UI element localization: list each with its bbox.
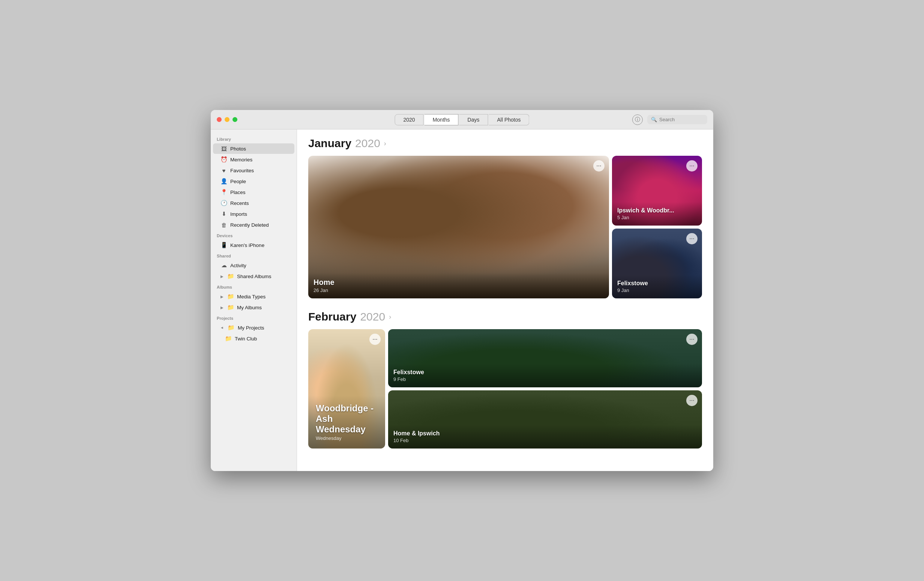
sidebar-item-karens-iphone[interactable]: 📱 Karen's iPhone: [213, 240, 294, 250]
sidebar-item-label: Twin Club: [235, 336, 257, 341]
tab-years[interactable]: 2020: [394, 114, 423, 125]
maximize-button[interactable]: [233, 117, 238, 122]
month-header-february: February 2020 ›: [308, 310, 702, 323]
month-header-january: January 2020 ›: [308, 137, 702, 150]
sidebar-item-label: Imports: [230, 211, 247, 217]
photo-ipswich-jan[interactable]: ··· Ipswich & Woodbr... 5 Jan: [612, 156, 702, 225]
photo-date: 10 Feb: [393, 438, 697, 443]
photo-label: Woodbridge - Ash Wednesday Wednesday: [308, 396, 385, 449]
tab-allphotos[interactable]: All Photos: [488, 114, 529, 125]
photo-label: Felixstowe 9 Jan: [612, 275, 702, 298]
photo-grid-feb: ··· Felixstowe 9 Feb ··· Home & Ipswich …: [308, 329, 702, 452]
month-arrow-jan[interactable]: ›: [384, 140, 386, 147]
more-button[interactable]: ···: [686, 233, 698, 244]
my-albums-icon: 📁: [227, 304, 234, 311]
photo-title: Felixstowe: [393, 369, 697, 376]
sidebar-item-photos[interactable]: 🖼 Photos: [213, 143, 294, 154]
sidebar-item-twin-club[interactable]: 📁 Twin Club: [213, 333, 294, 344]
photo-home-ipswich-feb[interactable]: ··· Home & Ipswich 10 Feb: [388, 390, 702, 449]
sidebar-item-label: People: [230, 179, 246, 184]
traffic-lights: [217, 117, 238, 122]
sidebar-item-my-albums[interactable]: ▶ 📁 My Albums: [213, 302, 294, 313]
photo-label: Ipswich & Woodbr... 5 Jan: [612, 202, 702, 225]
photo-date: 9 Feb: [393, 376, 697, 382]
sidebar-item-activity[interactable]: ☁ Activity: [213, 260, 294, 271]
main-layout: Library 🖼 Photos ⏰ Memories ♥ Favourites…: [211, 129, 713, 471]
photo-grid-jan: ··· Home 26 Jan ··· Ipswich & Woodbr... …: [308, 156, 702, 298]
sidebar-item-favourites[interactable]: ♥ Favourites: [213, 165, 294, 175]
memories-icon: ⏰: [221, 156, 227, 163]
expand-icon: ▶: [221, 295, 223, 299]
more-button[interactable]: ···: [686, 160, 698, 172]
twin-club-icon: 📁: [225, 335, 232, 342]
sidebar-item-media-types[interactable]: ▶ 📁 Media Types: [213, 291, 294, 302]
close-button[interactable]: [217, 117, 222, 122]
expand-icon: ▼: [220, 326, 224, 329]
photo-title: Felixstowe: [617, 280, 697, 287]
sidebar-item-label: Recents: [230, 200, 249, 206]
search-box[interactable]: 🔍: [647, 115, 707, 124]
tab-days[interactable]: Days: [459, 114, 488, 125]
sidebar-item-my-projects[interactable]: ▼ 📁 My Projects: [213, 323, 294, 333]
search-input[interactable]: [659, 117, 703, 122]
tab-months[interactable]: Months: [424, 114, 459, 125]
view-tabs: 2020 Months Days All Photos: [394, 114, 529, 125]
sidebar-item-label: Places: [230, 190, 246, 195]
sidebar-item-label: Recently Deleted: [230, 222, 269, 228]
photo-felixstowe-feb[interactable]: ··· Felixstowe 9 Feb: [388, 329, 702, 387]
photo-date: 9 Jan: [617, 288, 697, 293]
content-area: January 2020 › ··· Home 26 Jan: [297, 129, 713, 471]
photo-title: Home & Ipswich: [393, 430, 697, 437]
month-arrow-feb[interactable]: ›: [389, 313, 391, 321]
sidebar-item-label: Karen's iPhone: [230, 242, 264, 248]
sidebar-item-recents[interactable]: 🕐 Recents: [213, 198, 294, 208]
sidebar-item-label: My Projects: [238, 325, 264, 331]
people-icon: 👤: [221, 178, 227, 185]
photo-feb-left-col: ··· Felixstowe 9 Feb ··· Home & Ipswich …: [388, 329, 702, 449]
month-section-january: January 2020 › ··· Home 26 Jan: [308, 137, 702, 298]
photo-label: Home 26 Jan: [308, 273, 609, 298]
sidebar-item-label: Photos: [230, 146, 246, 152]
more-button[interactable]: ···: [686, 395, 698, 406]
titlebar: 2020 Months Days All Photos ⓘ 🔍: [211, 110, 713, 129]
sidebar-item-people[interactable]: 👤 People: [213, 176, 294, 187]
sidebar-item-label: My Albums: [237, 305, 262, 310]
sidebar-item-shared-albums[interactable]: ▶ 📁 Shared Albums: [213, 271, 294, 281]
iphone-icon: 📱: [221, 242, 227, 248]
search-icon: 🔍: [651, 117, 657, 122]
photo-felixstowe-jan[interactable]: ··· Felixstowe 9 Jan: [612, 228, 702, 298]
photo-title: Woodbridge - Ash Wednesday: [316, 403, 378, 435]
media-types-icon: 📁: [227, 293, 234, 300]
sidebar-item-places[interactable]: 📍 Places: [213, 187, 294, 197]
photo-label: Home & Ipswich 10 Feb: [388, 425, 702, 449]
month-year-feb: 2020: [360, 310, 385, 323]
photo-woodbridge-feb[interactable]: ··· Woodbridge - Ash Wednesday Wednesday: [308, 329, 385, 449]
my-projects-icon: 📁: [228, 324, 235, 331]
photo-title: Ipswich & Woodbr...: [617, 207, 697, 214]
sidebar-item-imports[interactable]: ⬇ Imports: [213, 209, 294, 219]
sidebar-item-recently-deleted[interactable]: 🗑 Recently Deleted: [213, 220, 294, 230]
recents-icon: 🕐: [221, 200, 227, 207]
minimize-button[interactable]: [224, 117, 229, 122]
trash-icon: 🗑: [221, 222, 227, 228]
sidebar: Library 🖼 Photos ⏰ Memories ♥ Favourites…: [211, 129, 297, 471]
photo-date: 5 Jan: [617, 215, 697, 220]
more-button[interactable]: ···: [593, 160, 604, 172]
photos-icon: 🖼: [221, 145, 227, 152]
month-section-february: February 2020 › ··· Felixstowe 9 Feb: [308, 310, 702, 452]
app-window: 2020 Months Days All Photos ⓘ 🔍 Library …: [211, 110, 713, 471]
more-button[interactable]: ···: [370, 334, 381, 345]
photo-date: 26 Jan: [314, 288, 604, 293]
shared-albums-icon: 📁: [227, 273, 234, 280]
devices-section-label: Devices: [211, 230, 297, 240]
more-button[interactable]: ···: [686, 334, 698, 345]
activity-icon: ☁: [221, 262, 227, 269]
photo-title: Home: [314, 278, 604, 287]
expand-icon: ▶: [221, 306, 223, 310]
info-button[interactable]: ⓘ: [632, 114, 643, 125]
photo-home-jan[interactable]: ··· Home 26 Jan: [308, 156, 609, 298]
titlebar-right: ⓘ 🔍: [632, 114, 707, 125]
sidebar-item-memories[interactable]: ⏰ Memories: [213, 154, 294, 165]
favourites-icon: ♥: [221, 167, 227, 174]
sidebar-item-label: Activity: [230, 263, 246, 268]
